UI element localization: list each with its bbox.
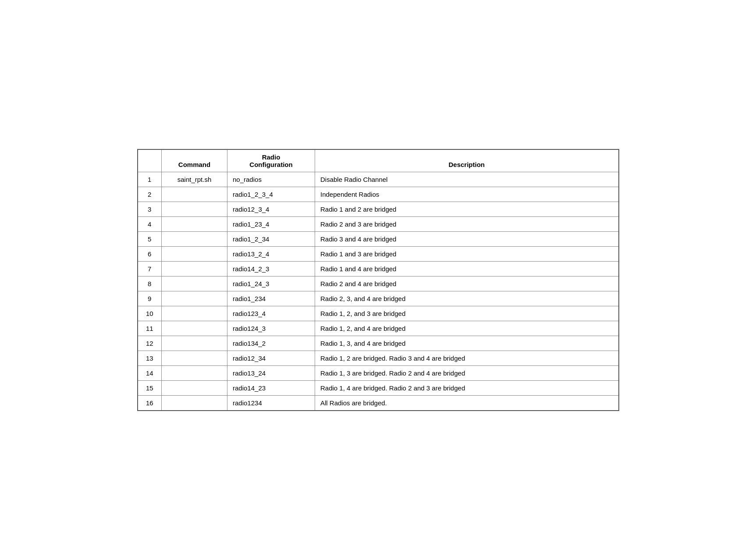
cell-command [162, 202, 227, 217]
cell-description: Radio 1, 2, and 3 are bridged [315, 306, 619, 321]
cell-description: Radio 1 and 4 are bridged [315, 262, 619, 276]
table-row: 15radio14_23Radio 1, 4 are bridged. Radi… [138, 381, 619, 396]
table-row: 3radio12_3_4Radio 1 and 2 are bridged [138, 202, 619, 217]
cell-description: Radio 1, 3, and 4 are bridged [315, 336, 619, 351]
table-row: 12radio134_2Radio 1, 3, and 4 are bridge… [138, 336, 619, 351]
table-header-row: Command RadioConfiguration Description [138, 149, 619, 172]
cell-radio-config: radio1_23_4 [227, 217, 315, 232]
cell-radio-config: radio1234 [227, 396, 315, 411]
cell-description: Radio 1, 2 are bridged. Radio 3 and 4 ar… [315, 351, 619, 366]
cell-command [162, 336, 227, 351]
cell-radio-config: radio1_2_3_4 [227, 187, 315, 202]
cell-radio-config: radio1_24_3 [227, 276, 315, 291]
cell-description: Radio 2 and 3 are bridged [315, 217, 619, 232]
radio-config-table: Command RadioConfiguration Description 1… [137, 149, 619, 411]
cell-description: Radio 1 and 3 are bridged [315, 247, 619, 262]
cell-radio-config: radio14_23 [227, 381, 315, 396]
cell-radio-config: radio1_234 [227, 291, 315, 306]
cell-description: All Radios are bridged. [315, 396, 619, 411]
table-row: 13radio12_34Radio 1, 2 are bridged. Radi… [138, 351, 619, 366]
cell-radio-config: radio1_2_34 [227, 232, 315, 247]
table-row: 5radio1_2_34Radio 3 and 4 are bridged [138, 232, 619, 247]
cell-radio-config: radio123_4 [227, 306, 315, 321]
cell-num: 13 [138, 351, 162, 366]
table-row: 6radio13_2_4Radio 1 and 3 are bridged [138, 247, 619, 262]
cell-num: 14 [138, 366, 162, 381]
cell-description: Radio 2, 3, and 4 are bridged [315, 291, 619, 306]
table-row: 2radio1_2_3_4Independent Radios [138, 187, 619, 202]
cell-num: 15 [138, 381, 162, 396]
table-row: 8radio1_24_3Radio 2 and 4 are bridged [138, 276, 619, 291]
cell-num: 9 [138, 291, 162, 306]
cell-num: 1 [138, 172, 162, 187]
table-row: 11radio124_3Radio 1, 2, and 4 are bridge… [138, 321, 619, 336]
cell-command [162, 306, 227, 321]
cell-num: 6 [138, 247, 162, 262]
main-container: Command RadioConfiguration Description 1… [137, 149, 619, 411]
header-command: Command [162, 149, 227, 172]
cell-radio-config: radio124_3 [227, 321, 315, 336]
table-row: 16radio1234All Radios are bridged. [138, 396, 619, 411]
cell-description: Radio 3 and 4 are bridged [315, 232, 619, 247]
cell-num: 3 [138, 202, 162, 217]
cell-num: 2 [138, 187, 162, 202]
cell-num: 11 [138, 321, 162, 336]
cell-command [162, 217, 227, 232]
cell-radio-config: radio134_2 [227, 336, 315, 351]
cell-num: 16 [138, 396, 162, 411]
cell-description: Radio 1, 2, and 4 are bridged [315, 321, 619, 336]
cell-command [162, 247, 227, 262]
header-radio-config: RadioConfiguration [227, 149, 315, 172]
table-row: 10radio123_4Radio 1, 2, and 3 are bridge… [138, 306, 619, 321]
header-description: Description [315, 149, 619, 172]
cell-radio-config: no_radios [227, 172, 315, 187]
cell-command [162, 232, 227, 247]
cell-radio-config: radio13_24 [227, 366, 315, 381]
cell-command [162, 366, 227, 381]
cell-num: 10 [138, 306, 162, 321]
cell-num: 4 [138, 217, 162, 232]
cell-num: 5 [138, 232, 162, 247]
cell-description: Radio 2 and 4 are bridged [315, 276, 619, 291]
cell-num: 12 [138, 336, 162, 351]
cell-num: 8 [138, 276, 162, 291]
table-row: 4radio1_23_4Radio 2 and 3 are bridged [138, 217, 619, 232]
cell-command [162, 381, 227, 396]
header-num [138, 149, 162, 172]
cell-radio-config: radio12_34 [227, 351, 315, 366]
table-row: 9radio1_234Radio 2, 3, and 4 are bridged [138, 291, 619, 306]
table-row: 14radio13_24Radio 1, 3 are bridged. Radi… [138, 366, 619, 381]
cell-command [162, 276, 227, 291]
cell-command [162, 187, 227, 202]
cell-description: Independent Radios [315, 187, 619, 202]
cell-command [162, 396, 227, 411]
cell-command: saint_rpt.sh [162, 172, 227, 187]
cell-description: Radio 1, 3 are bridged. Radio 2 and 4 ar… [315, 366, 619, 381]
cell-command [162, 321, 227, 336]
cell-radio-config: radio13_2_4 [227, 247, 315, 262]
table-row: 1saint_rpt.shno_radiosDisable Radio Chan… [138, 172, 619, 187]
cell-command [162, 262, 227, 276]
cell-radio-config: radio12_3_4 [227, 202, 315, 217]
table-row: 7radio14_2_3Radio 1 and 4 are bridged [138, 262, 619, 276]
cell-num: 7 [138, 262, 162, 276]
cell-command [162, 351, 227, 366]
cell-description: Radio 1 and 2 are bridged [315, 202, 619, 217]
cell-radio-config: radio14_2_3 [227, 262, 315, 276]
cell-description: Radio 1, 4 are bridged. Radio 2 and 3 ar… [315, 381, 619, 396]
cell-command [162, 291, 227, 306]
cell-description: Disable Radio Channel [315, 172, 619, 187]
